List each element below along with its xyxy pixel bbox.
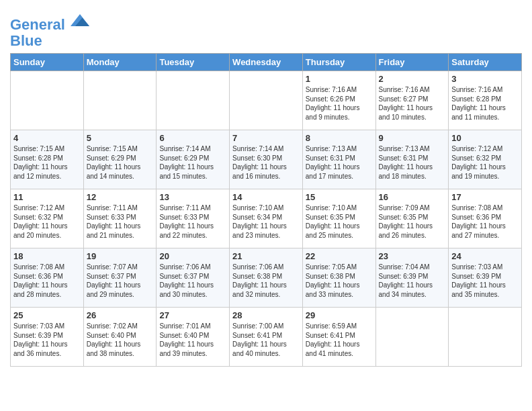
week-row-2: 4Sunrise: 7:15 AM Sunset: 6:28 PM Daylig… <box>11 130 522 189</box>
day-number: 2 <box>379 74 446 84</box>
calendar-cell: 21Sunrise: 7:06 AM Sunset: 6:38 PM Dayli… <box>230 248 303 308</box>
calendar-cell: 3Sunrise: 7:16 AM Sunset: 6:28 PM Daylig… <box>449 71 522 130</box>
day-info: Sunrise: 7:16 AM Sunset: 6:27 PM Dayligh… <box>379 85 446 122</box>
day-number: 6 <box>159 133 226 143</box>
day-info: Sunrise: 7:16 AM Sunset: 6:28 PM Dayligh… <box>451 85 519 122</box>
day-number: 16 <box>379 192 446 202</box>
calendar-cell: 23Sunrise: 7:04 AM Sunset: 6:39 PM Dayli… <box>375 248 449 308</box>
day-info: Sunrise: 7:11 AM Sunset: 6:33 PM Dayligh… <box>159 203 226 240</box>
day-info: Sunrise: 7:01 AM Sunset: 6:40 PM Dayligh… <box>159 322 226 358</box>
day-number: 19 <box>87 251 154 261</box>
weekday-header-tuesday: Tuesday <box>157 54 230 71</box>
calendar-cell: 24Sunrise: 7:03 AM Sunset: 6:39 PM Dayli… <box>449 248 522 308</box>
day-number: 7 <box>232 133 300 143</box>
day-number: 27 <box>159 310 226 320</box>
day-info: Sunrise: 7:04 AM Sunset: 6:39 PM Dayligh… <box>379 263 446 299</box>
day-info: Sunrise: 7:16 AM Sunset: 6:26 PM Dayligh… <box>306 85 373 122</box>
day-number: 18 <box>13 251 81 261</box>
day-number: 5 <box>87 133 154 143</box>
calendar-table: SundayMondayTuesdayWednesdayThursdayFrid… <box>10 53 522 367</box>
day-info: Sunrise: 7:13 AM Sunset: 6:31 PM Dayligh… <box>379 144 446 181</box>
day-number: 24 <box>451 251 519 261</box>
weekday-header-sunday: Sunday <box>11 54 84 71</box>
day-number: 29 <box>306 310 373 320</box>
calendar-cell: 17Sunrise: 7:08 AM Sunset: 6:36 PM Dayli… <box>449 189 522 248</box>
weekday-header-thursday: Thursday <box>302 54 375 71</box>
calendar-cell <box>83 71 157 130</box>
calendar-cell: 26Sunrise: 7:02 AM Sunset: 6:40 PM Dayli… <box>83 308 157 367</box>
calendar-cell: 1Sunrise: 7:16 AM Sunset: 6:26 PM Daylig… <box>302 71 375 130</box>
day-number: 12 <box>87 192 154 202</box>
day-info: Sunrise: 7:00 AM Sunset: 6:41 PM Dayligh… <box>232 322 300 358</box>
calendar-cell: 4Sunrise: 7:15 AM Sunset: 6:28 PM Daylig… <box>11 130 84 189</box>
day-info: Sunrise: 7:10 AM Sunset: 6:34 PM Dayligh… <box>232 203 300 240</box>
weekday-header-saturday: Saturday <box>449 54 522 71</box>
week-row-3: 11Sunrise: 7:12 AM Sunset: 6:32 PM Dayli… <box>11 189 522 248</box>
calendar-cell <box>157 71 230 130</box>
calendar-cell: 13Sunrise: 7:11 AM Sunset: 6:33 PM Dayli… <box>157 189 230 248</box>
day-info: Sunrise: 7:11 AM Sunset: 6:33 PM Dayligh… <box>87 203 154 240</box>
calendar-cell: 29Sunrise: 6:59 AM Sunset: 6:41 PM Dayli… <box>302 308 375 367</box>
day-number: 21 <box>232 251 300 261</box>
weekday-header-friday: Friday <box>375 54 449 71</box>
calendar-cell: 20Sunrise: 7:06 AM Sunset: 6:37 PM Dayli… <box>157 248 230 308</box>
calendar-cell: 16Sunrise: 7:09 AM Sunset: 6:35 PM Dayli… <box>375 189 449 248</box>
day-info: Sunrise: 7:12 AM Sunset: 6:32 PM Dayligh… <box>451 144 519 181</box>
day-number: 26 <box>87 310 154 320</box>
calendar-cell: 19Sunrise: 7:07 AM Sunset: 6:37 PM Dayli… <box>83 248 157 308</box>
calendar-cell: 28Sunrise: 7:00 AM Sunset: 6:41 PM Dayli… <box>230 308 303 367</box>
calendar-cell <box>449 308 522 367</box>
day-info: Sunrise: 7:06 AM Sunset: 6:37 PM Dayligh… <box>159 263 226 299</box>
day-info: Sunrise: 7:03 AM Sunset: 6:39 PM Dayligh… <box>451 263 519 299</box>
week-row-5: 25Sunrise: 7:03 AM Sunset: 6:39 PM Dayli… <box>11 308 522 367</box>
day-info: Sunrise: 7:14 AM Sunset: 6:29 PM Dayligh… <box>159 144 226 181</box>
logo-icon <box>71 11 89 30</box>
day-number: 17 <box>451 192 519 202</box>
week-row-1: 1Sunrise: 7:16 AM Sunset: 6:26 PM Daylig… <box>11 71 522 130</box>
day-info: Sunrise: 7:03 AM Sunset: 6:39 PM Dayligh… <box>13 322 81 358</box>
calendar-cell <box>375 308 449 367</box>
calendar-cell: 12Sunrise: 7:11 AM Sunset: 6:33 PM Dayli… <box>83 189 157 248</box>
calendar-cell: 7Sunrise: 7:14 AM Sunset: 6:30 PM Daylig… <box>230 130 303 189</box>
logo-text: General <box>10 11 89 33</box>
logo-general: General <box>10 16 65 33</box>
day-number: 9 <box>379 133 446 143</box>
day-number: 8 <box>306 133 373 143</box>
day-info: Sunrise: 7:08 AM Sunset: 6:36 PM Dayligh… <box>13 263 81 299</box>
day-info: Sunrise: 7:12 AM Sunset: 6:32 PM Dayligh… <box>13 203 81 240</box>
calendar-cell: 9Sunrise: 7:13 AM Sunset: 6:31 PM Daylig… <box>375 130 449 189</box>
day-info: Sunrise: 7:10 AM Sunset: 6:35 PM Dayligh… <box>306 203 373 240</box>
calendar-cell: 8Sunrise: 7:13 AM Sunset: 6:31 PM Daylig… <box>302 130 375 189</box>
calendar-cell <box>11 71 84 130</box>
weekday-header-monday: Monday <box>83 54 157 71</box>
logo: General Blue <box>10 11 89 49</box>
calendar-cell: 14Sunrise: 7:10 AM Sunset: 6:34 PM Dayli… <box>230 189 303 248</box>
day-info: Sunrise: 7:15 AM Sunset: 6:29 PM Dayligh… <box>87 144 154 181</box>
day-number: 10 <box>451 133 519 143</box>
weekday-header-row: SundayMondayTuesdayWednesdayThursdayFrid… <box>11 54 522 71</box>
day-info: Sunrise: 7:06 AM Sunset: 6:38 PM Dayligh… <box>232 263 300 299</box>
calendar-cell: 22Sunrise: 7:05 AM Sunset: 6:38 PM Dayli… <box>302 248 375 308</box>
calendar-cell: 10Sunrise: 7:12 AM Sunset: 6:32 PM Dayli… <box>449 130 522 189</box>
day-info: Sunrise: 6:59 AM Sunset: 6:41 PM Dayligh… <box>306 322 373 358</box>
calendar-cell <box>230 71 303 130</box>
week-row-4: 18Sunrise: 7:08 AM Sunset: 6:36 PM Dayli… <box>11 248 522 308</box>
day-number: 14 <box>232 192 300 202</box>
day-number: 25 <box>13 310 81 320</box>
calendar-cell: 2Sunrise: 7:16 AM Sunset: 6:27 PM Daylig… <box>375 71 449 130</box>
day-info: Sunrise: 7:09 AM Sunset: 6:35 PM Dayligh… <box>379 203 446 240</box>
logo-blue: Blue <box>10 33 89 49</box>
day-number: 15 <box>306 192 373 202</box>
day-number: 3 <box>451 74 519 84</box>
calendar-cell: 15Sunrise: 7:10 AM Sunset: 6:35 PM Dayli… <box>302 189 375 248</box>
calendar-cell: 25Sunrise: 7:03 AM Sunset: 6:39 PM Dayli… <box>11 308 84 367</box>
day-number: 20 <box>159 251 226 261</box>
day-info: Sunrise: 7:15 AM Sunset: 6:28 PM Dayligh… <box>13 144 81 181</box>
day-info: Sunrise: 7:13 AM Sunset: 6:31 PM Dayligh… <box>306 144 373 181</box>
calendar-cell: 18Sunrise: 7:08 AM Sunset: 6:36 PM Dayli… <box>11 248 84 308</box>
day-info: Sunrise: 7:05 AM Sunset: 6:38 PM Dayligh… <box>306 263 373 299</box>
day-number: 13 <box>159 192 226 202</box>
day-number: 11 <box>13 192 81 202</box>
calendar-cell: 11Sunrise: 7:12 AM Sunset: 6:32 PM Dayli… <box>11 189 84 248</box>
day-number: 23 <box>379 251 446 261</box>
